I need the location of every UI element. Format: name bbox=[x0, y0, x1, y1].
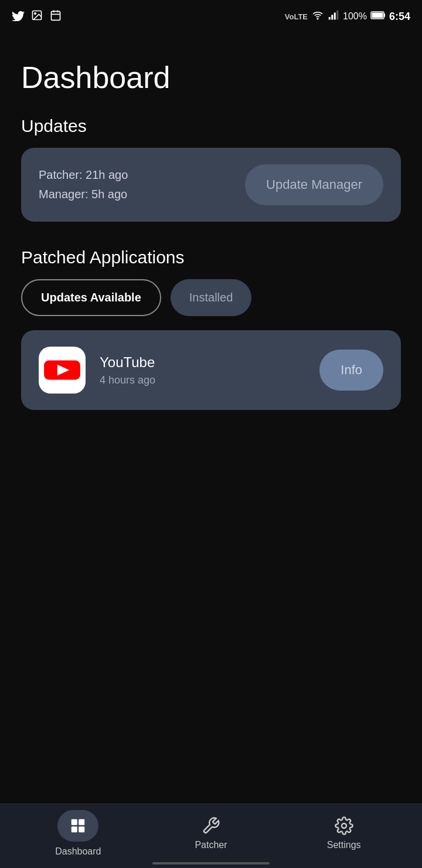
svg-rect-8 bbox=[331, 15, 333, 19]
nav-label-patcher: Patcher bbox=[195, 840, 227, 850]
app-card-youtube: YouTube 4 hours ago Info bbox=[21, 330, 401, 410]
updates-section-title: Updates bbox=[21, 116, 401, 136]
svg-point-22 bbox=[342, 823, 346, 828]
battery-icon bbox=[370, 11, 386, 22]
svg-rect-9 bbox=[334, 13, 336, 20]
battery-percent: 100% bbox=[343, 11, 367, 22]
svg-rect-20 bbox=[72, 826, 77, 832]
nav-label-dashboard: Dashboard bbox=[55, 846, 101, 857]
app-name-youtube: YouTube bbox=[100, 354, 305, 371]
info-button-youtube[interactable]: Info bbox=[319, 350, 383, 391]
svg-rect-10 bbox=[336, 11, 338, 20]
svg-rect-2 bbox=[52, 11, 60, 20]
dashboard-icon bbox=[69, 817, 87, 835]
tab-row: Updates Available Installed bbox=[21, 279, 401, 316]
calendar-icon bbox=[49, 9, 62, 23]
status-bar-right: VoLTE 100% 6:54 bbox=[285, 10, 410, 23]
main-content: Dashboard Updates Patcher: 21h ago Manag… bbox=[0, 30, 422, 410]
app-time-youtube: 4 hours ago bbox=[100, 374, 305, 386]
svg-rect-18 bbox=[72, 819, 77, 825]
bottom-nav: Dashboard Patcher Settings bbox=[0, 803, 422, 868]
volte-indicator: VoLTE bbox=[285, 12, 308, 21]
wifi-icon bbox=[311, 10, 324, 23]
status-bar-left bbox=[12, 9, 62, 23]
nav-item-dashboard[interactable]: Dashboard bbox=[12, 810, 145, 857]
bottom-indicator bbox=[152, 862, 270, 864]
nav-label-settings: Settings bbox=[327, 840, 361, 850]
updates-card: Patcher: 21h ago Manager: 5h ago Update … bbox=[21, 148, 401, 222]
svg-point-1 bbox=[35, 13, 36, 14]
settings-icon bbox=[335, 816, 353, 835]
svg-rect-19 bbox=[79, 819, 85, 825]
svg-rect-12 bbox=[372, 13, 383, 18]
signal-icon bbox=[328, 10, 339, 23]
time: 6:54 bbox=[389, 11, 410, 23]
patcher-update-text: Patcher: 21h ago bbox=[39, 168, 128, 182]
update-manager-button[interactable]: Update Manager bbox=[245, 164, 383, 205]
updates-info: Patcher: 21h ago Manager: 5h ago bbox=[39, 168, 128, 201]
nav-item-settings[interactable]: Settings bbox=[277, 816, 410, 850]
manager-update-text: Manager: 5h ago bbox=[39, 188, 128, 201]
nav-item-patcher[interactable]: Patcher bbox=[145, 816, 278, 850]
svg-rect-13 bbox=[384, 13, 385, 17]
svg-rect-21 bbox=[79, 826, 85, 832]
dashboard-icon-bg bbox=[57, 810, 98, 842]
status-bar: VoLTE 100% 6:54 bbox=[0, 0, 422, 30]
svg-point-6 bbox=[317, 18, 318, 19]
image-icon bbox=[30, 9, 43, 23]
patcher-icon bbox=[202, 816, 220, 835]
tab-installed[interactable]: Installed bbox=[171, 279, 252, 316]
page-title: Dashboard bbox=[21, 60, 401, 95]
twitter-icon bbox=[12, 9, 25, 23]
app-info-youtube: YouTube 4 hours ago bbox=[100, 354, 305, 386]
youtube-icon-container bbox=[39, 347, 86, 394]
youtube-icon bbox=[42, 350, 83, 391]
tab-updates-available[interactable]: Updates Available bbox=[21, 279, 161, 316]
patched-apps-section-title: Patched Applications bbox=[21, 247, 401, 267]
svg-rect-7 bbox=[329, 17, 331, 20]
